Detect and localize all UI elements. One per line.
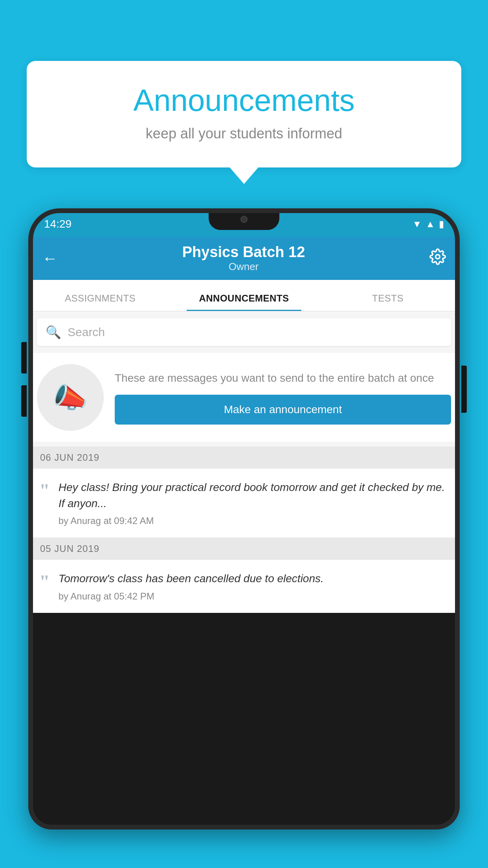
megaphone-circle: 📣 bbox=[37, 364, 104, 431]
phone-power-button bbox=[461, 366, 467, 413]
announcement-text-block-1: Hey class! Bring your practical record b… bbox=[59, 480, 449, 526]
prompt-right: These are messages you want to send to t… bbox=[115, 370, 451, 424]
tab-assignments[interactable]: ASSIGNMENTS bbox=[28, 293, 172, 311]
announcement-message-2: Tomorrow's class has been cancelled due … bbox=[59, 571, 449, 587]
header-center: Physics Batch 12 Owner bbox=[182, 244, 305, 273]
prompt-description: These are messages you want to send to t… bbox=[115, 370, 451, 386]
search-placeholder: Search bbox=[68, 326, 105, 339]
status-icons: ▼ ▲ ▮ bbox=[412, 219, 444, 230]
announcement-text-block-2: Tomorrow's class has been cancelled due … bbox=[59, 571, 449, 602]
speech-bubble-card: Announcements keep all your students inf… bbox=[27, 61, 461, 167]
wifi-icon: ▼ bbox=[412, 219, 422, 230]
camera-dot bbox=[240, 216, 248, 223]
announcement-message-1: Hey class! Bring your practical record b… bbox=[59, 480, 449, 511]
phone-vol-down-button bbox=[21, 385, 27, 417]
announcement-item-1[interactable]: " Hey class! Bring your practical record… bbox=[28, 469, 460, 538]
date-separator-1: 06 JUN 2019 bbox=[28, 447, 460, 469]
date-label-1: 06 JUN 2019 bbox=[40, 452, 99, 463]
search-icon: 🔍 bbox=[46, 325, 61, 340]
bubble-subtitle: keep all your students informed bbox=[50, 125, 438, 142]
phone-vol-up-button bbox=[21, 342, 27, 373]
signal-icon: ▲ bbox=[426, 219, 435, 230]
status-time: 14:29 bbox=[44, 218, 72, 230]
announcement-meta-2: by Anurag at 05:42 PM bbox=[59, 591, 449, 602]
announcement-meta-1: by Anurag at 09:42 AM bbox=[59, 515, 449, 526]
date-separator-2: 05 JUN 2019 bbox=[28, 538, 460, 560]
tab-announcements[interactable]: ANNOUNCEMENTS bbox=[172, 293, 316, 311]
quote-icon-2: " bbox=[39, 572, 50, 591]
bubble-title: Announcements bbox=[50, 83, 438, 118]
back-button[interactable]: ← bbox=[42, 250, 58, 267]
app-content: 🔍 Search 📣 These are messages you want t… bbox=[28, 311, 460, 613]
make-announcement-button[interactable]: Make an announcement bbox=[115, 395, 451, 425]
quote-icon-1: " bbox=[39, 481, 50, 500]
phone-notch bbox=[209, 208, 279, 230]
phone-mockup: 14:29 ▼ ▲ ▮ ← Physics Batch 12 Owner bbox=[28, 208, 460, 868]
tab-tests[interactable]: TESTS bbox=[316, 293, 460, 311]
date-label-2: 05 JUN 2019 bbox=[40, 543, 99, 554]
megaphone-icon: 📣 bbox=[53, 381, 88, 414]
battery-icon: ▮ bbox=[439, 219, 444, 230]
announcement-prompt-section: 📣 These are messages you want to send to… bbox=[28, 353, 460, 442]
header-subtitle: Owner bbox=[182, 261, 305, 273]
phone-frame: 14:29 ▼ ▲ ▮ ← Physics Batch 12 Owner bbox=[28, 208, 460, 829]
speech-bubble-section: Announcements keep all your students inf… bbox=[27, 61, 461, 167]
header-title: Physics Batch 12 bbox=[182, 244, 305, 261]
settings-button[interactable] bbox=[429, 248, 446, 268]
tabs-container: ASSIGNMENTS ANNOUNCEMENTS TESTS bbox=[28, 280, 460, 311]
search-bar[interactable]: 🔍 Search bbox=[37, 318, 451, 346]
announcement-item-2[interactable]: " Tomorrow's class has been cancelled du… bbox=[28, 560, 460, 613]
app-header: ← Physics Batch 12 Owner bbox=[28, 237, 460, 280]
svg-point-0 bbox=[436, 254, 440, 259]
